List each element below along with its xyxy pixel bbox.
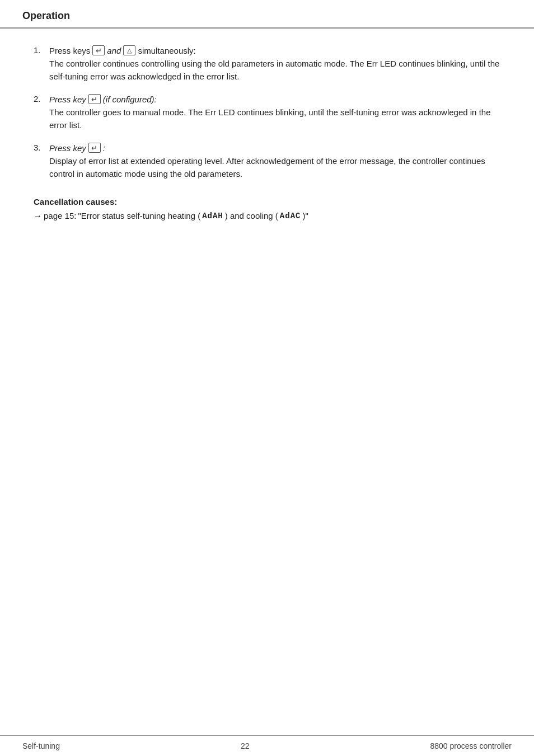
return-key-icon-3: ↵ bbox=[88, 143, 101, 153]
list-item-1-firstline: Press keys ↵ and △ simultaneously: bbox=[49, 45, 500, 55]
list-item: Press key ↵ (if configured): The control… bbox=[34, 94, 500, 132]
return-key-icon-1: ↵ bbox=[92, 45, 105, 55]
list-item: Press key ↵ : Display of error list at e… bbox=[34, 143, 500, 180]
press-keys-label: Press keys bbox=[49, 46, 90, 55]
list-item-3-body: Display of error list at extended operat… bbox=[49, 155, 500, 180]
page-footer: Self-tuning 22 8800 process controller bbox=[0, 735, 534, 756]
and-label: and bbox=[107, 46, 121, 55]
list-item-2-content: Press key ↵ (if configured): The control… bbox=[49, 94, 500, 132]
description-middle: ) and cooling ( bbox=[225, 211, 278, 220]
list-item-1-body: The controller continues controlling usi… bbox=[49, 58, 500, 83]
footer-right: 8800 process controller bbox=[430, 741, 512, 750]
cancellation-section: Cancellation causes: → page 15: "Error s… bbox=[34, 197, 500, 220]
description-start: "Error status self-tuning heating ( bbox=[78, 211, 200, 220]
triangle-key-icon: △ bbox=[123, 45, 135, 55]
footer-left: Self-tuning bbox=[22, 741, 60, 750]
footer-page-number: 22 bbox=[241, 741, 250, 750]
colon-label: : bbox=[103, 143, 105, 153]
header-title: Operation bbox=[22, 10, 70, 21]
list-item-1-content: Press keys ↵ and △ simultaneously: The c… bbox=[49, 45, 500, 83]
cancellation-title: Cancellation causes: bbox=[34, 197, 500, 206]
list-item-2-firstline: Press key ↵ (if configured): bbox=[49, 94, 500, 104]
page-ref: page 15: bbox=[44, 211, 76, 220]
press-key-label-2: Press key bbox=[49, 95, 86, 104]
cancellation-text: → page 15: "Error status self-tuning hea… bbox=[34, 211, 500, 220]
if-configured-label: (if configured): bbox=[103, 95, 157, 104]
page-header: Operation bbox=[0, 0, 534, 29]
instruction-list: Press keys ↵ and △ simultaneously: The c… bbox=[34, 45, 500, 180]
main-content: Press keys ↵ and △ simultaneously: The c… bbox=[0, 29, 534, 735]
press-key-label-3: Press key bbox=[49, 143, 86, 153]
list-item-2-body: The controller goes to manual mode. The … bbox=[49, 106, 500, 132]
display-code-1: AdAH bbox=[202, 212, 223, 220]
list-item-3-content: Press key ↵ : Display of error list at e… bbox=[49, 143, 500, 180]
description-end: )" bbox=[302, 211, 308, 220]
display-code-2: AdAC bbox=[280, 212, 301, 220]
simultaneously-label: simultaneously: bbox=[138, 46, 195, 55]
list-item: Press keys ↵ and △ simultaneously: The c… bbox=[34, 45, 500, 83]
list-item-3-firstline: Press key ↵ : bbox=[49, 143, 500, 153]
arrow-symbol: → bbox=[34, 211, 42, 220]
return-key-icon-2: ↵ bbox=[88, 94, 101, 104]
page-container: Operation Press keys ↵ and △ simultaneou… bbox=[0, 0, 534, 756]
